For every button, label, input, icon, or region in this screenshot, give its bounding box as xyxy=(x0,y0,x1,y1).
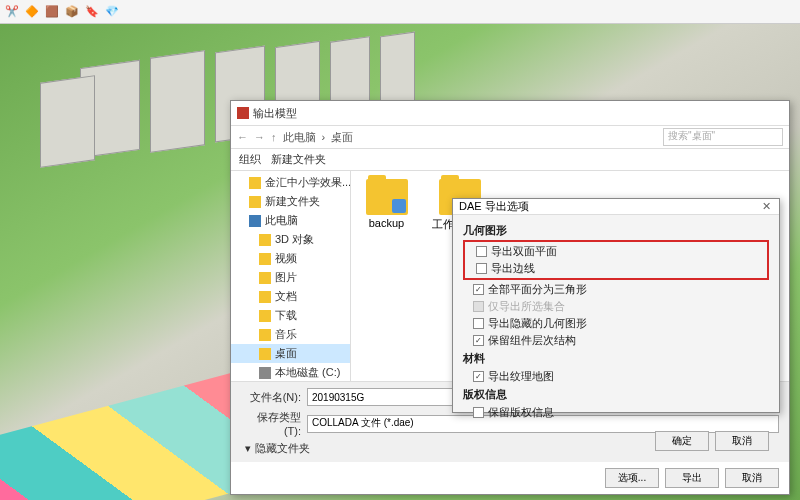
folder-icon xyxy=(259,291,271,303)
checkbox-row[interactable]: 导出隐藏的几何图形 xyxy=(463,315,769,332)
section-geometry: 几何图形 xyxy=(463,223,769,238)
tree-item-pc[interactable]: 此电脑 xyxy=(231,211,350,230)
folder-icon xyxy=(249,196,261,208)
nav-back-icon[interactable]: ← xyxy=(237,131,248,143)
tag-icon[interactable]: 🔖 xyxy=(84,4,100,20)
dialog-title: 输出模型 xyxy=(253,106,297,121)
breadcrumb-pc[interactable]: 此电脑 xyxy=(283,130,316,145)
folder-icon xyxy=(366,179,408,215)
building-model xyxy=(40,75,95,168)
search-input[interactable]: 搜索"桌面" xyxy=(663,128,783,146)
chevron-down-icon[interactable]: ▾ xyxy=(245,442,251,455)
tree-item[interactable]: 新建文件夹 xyxy=(231,192,350,211)
tree-item[interactable]: 文档 xyxy=(231,287,350,306)
gem-icon[interactable]: 💎 xyxy=(104,4,120,20)
folder-icon xyxy=(249,177,261,189)
tree-item[interactable]: 音乐 xyxy=(231,325,350,344)
ok-button[interactable]: 确定 xyxy=(655,431,709,451)
checkbox[interactable] xyxy=(473,407,484,418)
building-model xyxy=(380,32,415,107)
section-material: 材料 xyxy=(463,351,769,366)
brick-icon[interactable]: 🟫 xyxy=(44,4,60,20)
section-copyright: 版权信息 xyxy=(463,387,769,402)
checkbox-row: 仅导出所选集合 xyxy=(463,298,769,315)
dialog-buttons: 选项... 导出 取消 xyxy=(231,462,789,494)
checkbox[interactable] xyxy=(476,246,487,257)
checkbox xyxy=(473,301,484,312)
folder-icon xyxy=(259,253,271,265)
new-folder-button[interactable]: 新建文件夹 xyxy=(271,152,326,167)
folder-icon xyxy=(259,329,271,341)
dialog-toolbar: 组织 新建文件夹 xyxy=(231,149,789,171)
checkbox-row[interactable]: 导出双面平面 xyxy=(466,243,766,260)
tree-item[interactable]: 视频 xyxy=(231,249,350,268)
checkbox-row[interactable]: 保留版权信息 xyxy=(463,404,769,421)
checkbox[interactable] xyxy=(473,284,484,295)
checkbox-row[interactable]: 导出边线 xyxy=(466,260,766,277)
filetype-label: 保存类型(T): xyxy=(241,410,301,437)
dae-options-dialog: DAE 导出选项 ✕ 几何图形 导出双面平面 导出边线 全部平面分为三角形 仅导… xyxy=(452,198,780,413)
options-button[interactable]: 选项... xyxy=(605,468,659,488)
checkbox[interactable] xyxy=(476,263,487,274)
tree-item[interactable]: 3D 对象 xyxy=(231,230,350,249)
folder-icon xyxy=(259,348,271,360)
highlighted-options: 导出双面平面 导出边线 xyxy=(463,240,769,280)
breadcrumb-desktop[interactable]: 桌面 xyxy=(331,130,353,145)
organize-button[interactable]: 组织 xyxy=(239,152,261,167)
folder-label: backup xyxy=(369,217,404,229)
folder-item[interactable]: backup xyxy=(359,179,414,229)
checkbox[interactable] xyxy=(473,335,484,346)
folder-icon xyxy=(259,272,271,284)
cancel-button[interactable]: 取消 xyxy=(715,431,769,451)
nav-fwd-icon[interactable]: → xyxy=(254,131,265,143)
drive-icon xyxy=(259,367,271,379)
options-titlebar: DAE 导出选项 ✕ xyxy=(453,199,779,215)
options-body: 几何图形 导出双面平面 导出边线 全部平面分为三角形 仅导出所选集合 导出隐藏的… xyxy=(453,215,779,427)
filename-label: 文件名(N): xyxy=(241,390,301,405)
folder-icon xyxy=(259,234,271,246)
pc-icon xyxy=(249,215,261,227)
checkbox-row[interactable]: 保留组件层次结构 xyxy=(463,332,769,349)
package-icon[interactable]: 📦 xyxy=(64,4,80,20)
hide-folders-link[interactable]: 隐藏文件夹 xyxy=(255,441,310,456)
swatch-icon[interactable]: 🔶 xyxy=(24,4,40,20)
breadcrumb-bar: ← → ↑ 此电脑 › 桌面 搜索"桌面" xyxy=(231,125,789,149)
scissors-icon[interactable]: ✂️ xyxy=(4,4,20,20)
building-model xyxy=(150,50,205,153)
export-button[interactable]: 导出 xyxy=(665,468,719,488)
cancel-button[interactable]: 取消 xyxy=(725,468,779,488)
options-buttons: 确定 取消 xyxy=(453,427,779,459)
tree-item[interactable]: 金汇中小学效果... xyxy=(231,173,350,192)
tree-item[interactable]: 图片 xyxy=(231,268,350,287)
checkbox-row[interactable]: 全部平面分为三角形 xyxy=(463,281,769,298)
main-toolbar: ✂️ 🔶 🟫 📦 🔖 💎 xyxy=(0,0,800,24)
checkbox[interactable] xyxy=(473,318,484,329)
chevron-right-icon: › xyxy=(322,131,326,143)
options-title: DAE 导出选项 xyxy=(459,199,529,214)
app-icon xyxy=(237,107,249,119)
tree-item[interactable]: 下载 xyxy=(231,306,350,325)
close-icon[interactable]: ✕ xyxy=(759,200,773,214)
folder-tree[interactable]: 金汇中小学效果... 新建文件夹 此电脑 3D 对象 视频 图片 文档 下载 音… xyxy=(231,171,351,381)
tree-item-desktop[interactable]: 桌面 xyxy=(231,344,350,363)
tree-item[interactable]: 本地磁盘 (C:) xyxy=(231,363,350,381)
checkbox[interactable] xyxy=(473,371,484,382)
folder-icon xyxy=(259,310,271,322)
checkbox-row[interactable]: 导出纹理地图 xyxy=(463,368,769,385)
nav-up-icon[interactable]: ↑ xyxy=(271,131,277,143)
dialog-titlebar: 输出模型 xyxy=(231,101,789,125)
